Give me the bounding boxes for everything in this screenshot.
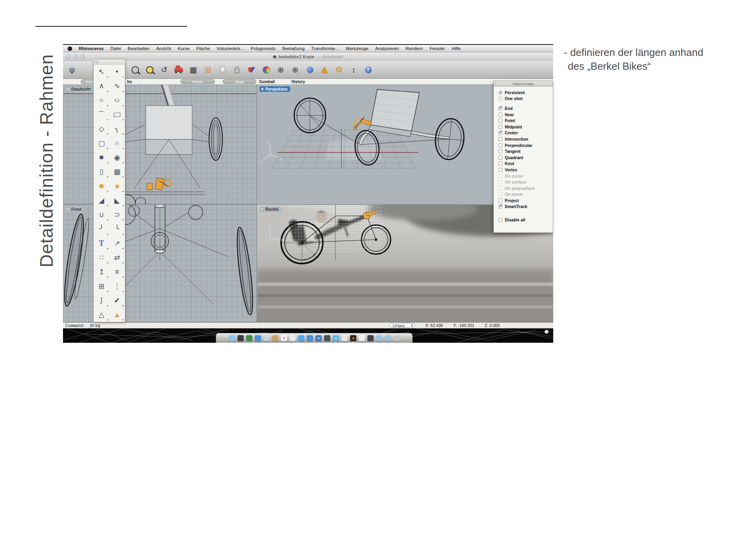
menu-item[interactable]: Fenster [430, 46, 445, 51]
app-store-icon[interactable]: A [315, 335, 322, 341]
layout-icon[interactable]: ⊞ [202, 63, 214, 76]
snap-checkbox-row[interactable]: Tangent [494, 148, 553, 154]
safari-icon[interactable] [255, 335, 261, 341]
pan-hand-icon[interactable]: ψ [66, 63, 78, 76]
menu-item[interactable]: Ansicht [156, 46, 171, 51]
checkbox-icon[interactable] [498, 119, 502, 123]
snap-checkbox-row[interactable]: Perpendicular [494, 142, 553, 149]
snap-checkbox-row[interactable]: Point [494, 117, 553, 124]
scale-1d-icon[interactable]: ↕ [348, 63, 359, 76]
launchpad-icon[interactable] [237, 335, 244, 341]
checkbox-icon[interactable] [498, 131, 502, 135]
palette-close-icon[interactable] [95, 60, 98, 63]
check-icon[interactable]: ✓ [109, 294, 125, 308]
snap-checkbox-row[interactable]: On surface [494, 179, 553, 185]
menu-item[interactable]: Rhinoceros [79, 46, 104, 51]
map-icon[interactable]: ▦ [187, 63, 199, 76]
radio-icon[interactable] [498, 91, 502, 95]
utilities-folder-icon[interactable] [367, 335, 374, 341]
array-grid-icon[interactable]: ⊞ [94, 279, 109, 293]
object-snaps-header[interactable]: Object Snaps [494, 81, 553, 87]
lightbulb-icon[interactable] [217, 63, 228, 76]
gumball-toggle[interactable]: Gumball [259, 80, 275, 84]
snap-checkbox-row[interactable]: Knot [494, 161, 553, 167]
menu-item[interactable]: Rendern [406, 46, 423, 51]
snap-checkbox-row[interactable]: SmartTrack [494, 204, 553, 210]
minimize-button[interactable] [73, 54, 78, 59]
snap-checkbox-row[interactable]: Near [494, 111, 553, 118]
wire-sphere-icon[interactable]: ⊕ [275, 63, 287, 76]
snap-checkbox-row[interactable]: On polysurface [494, 185, 553, 191]
trim-icon[interactable]: ◢ [94, 193, 109, 208]
fillet-curves-icon[interactable]: ╯ [94, 222, 109, 236]
split-icon[interactable]: ◣ [109, 193, 125, 208]
box-icon[interactable]: ■ [94, 150, 109, 165]
radio-icon[interactable] [498, 97, 502, 100]
rectangle-icon[interactable]: □ [109, 108, 125, 122]
ortho-toggle-fragment[interactable]: ho [127, 80, 132, 84]
menu-item[interactable]: Transformie... [311, 46, 339, 51]
bend-icon[interactable]: ∫ [94, 294, 109, 308]
snap-checkbox-row[interactable]: Center [494, 130, 553, 136]
trash-icon[interactable] [393, 335, 400, 341]
explode-icon[interactable]: ★ [109, 179, 125, 193]
group-icon[interactable]: ∷ [94, 251, 109, 265]
checkbox-icon[interactable] [498, 149, 502, 153]
surface-points-icon[interactable]: ▢ [94, 136, 109, 150]
messages-icon[interactable] [298, 335, 304, 341]
curve-icon[interactable]: ∿ [109, 79, 125, 93]
snap-checkbox-row[interactable]: Vertex [494, 167, 553, 173]
render-sphere-icon[interactable] [304, 63, 316, 76]
array-linear-icon[interactable]: ⋮ [109, 279, 125, 293]
notes-icon[interactable] [272, 335, 278, 341]
extrude-surface-icon[interactable]: ≡ [109, 265, 125, 279]
skype-icon[interactable]: S [333, 335, 339, 341]
viewport-right-label[interactable]: Rechts [259, 206, 281, 212]
shaded-view-icon[interactable] [246, 63, 258, 76]
terminal-icon[interactable] [246, 335, 252, 341]
window-title-bar[interactable]: berkelbike2 Kopie — Bearbeitet [63, 52, 553, 61]
checkbox-icon[interactable] [498, 192, 502, 196]
checkbox-icon[interactable] [498, 106, 502, 110]
cylinder-icon[interactable]: ▯ [94, 165, 109, 179]
zoom-window-icon[interactable] [129, 63, 141, 76]
menu-item[interactable]: Bearbeiten [128, 46, 150, 51]
select-pointer-icon[interactable]: ↖ [94, 65, 109, 79]
polyline-icon[interactable]: ∧ [94, 79, 109, 93]
checkbox-icon[interactable] [498, 137, 502, 141]
checkbox-icon[interactable] [498, 174, 502, 178]
snap-mode-radio[interactable]: Persistent [494, 89, 553, 96]
snap-checkbox-row[interactable]: Project [494, 197, 553, 204]
checkbox-icon[interactable] [498, 156, 502, 160]
boolean-union-icon[interactable]: ∪ [94, 208, 109, 222]
checkbox-icon[interactable] [498, 113, 502, 117]
snap-checkbox-row[interactable]: Midpoint [494, 124, 553, 130]
checkbox-icon[interactable] [498, 204, 502, 208]
help-icon[interactable]: ? [362, 63, 374, 76]
checkbox-icon[interactable] [498, 186, 502, 190]
close-button[interactable] [66, 54, 70, 59]
plugin-icon[interactable]: ✱ [94, 179, 109, 193]
menu-item[interactable]: Analysieren [375, 46, 399, 51]
command-prompt[interactable]: Command: _Drag [63, 323, 100, 328]
snap-checkbox-row[interactable]: Quadrant [494, 154, 553, 161]
viewport-top-label[interactable]: Draufsicht [65, 86, 93, 92]
snap-mode-radio[interactable]: One shot [494, 96, 553, 102]
polygon-icon[interactable]: ◇ [94, 122, 109, 136]
extrude-solid-icon[interactable]: ↥ [94, 265, 109, 279]
checkbox-icon[interactable] [498, 168, 502, 172]
cone-icon[interactable] [319, 63, 330, 76]
gears-icon[interactable]: ⚙ [333, 63, 345, 76]
illustrator-icon[interactable]: Ai [350, 335, 356, 341]
mail-icon[interactable] [263, 335, 270, 341]
snap-toggle[interactable]: Snap [222, 79, 256, 84]
planar-toggle[interactable]: Planar [180, 79, 215, 84]
viewport-perspective-label[interactable]: Perspektive [259, 86, 290, 92]
cone-wire-icon[interactable]: △ [94, 308, 109, 322]
viewport-front[interactable]: Front [63, 205, 256, 322]
menu-item[interactable]: Werkzeuge [346, 46, 369, 51]
menu-item[interactable]: Kurve [178, 46, 189, 51]
menu-item[interactable]: Polygonnetz [251, 46, 276, 51]
folder-icon[interactable] [376, 335, 382, 341]
ellipse-icon[interactable]: ○ [109, 93, 125, 108]
